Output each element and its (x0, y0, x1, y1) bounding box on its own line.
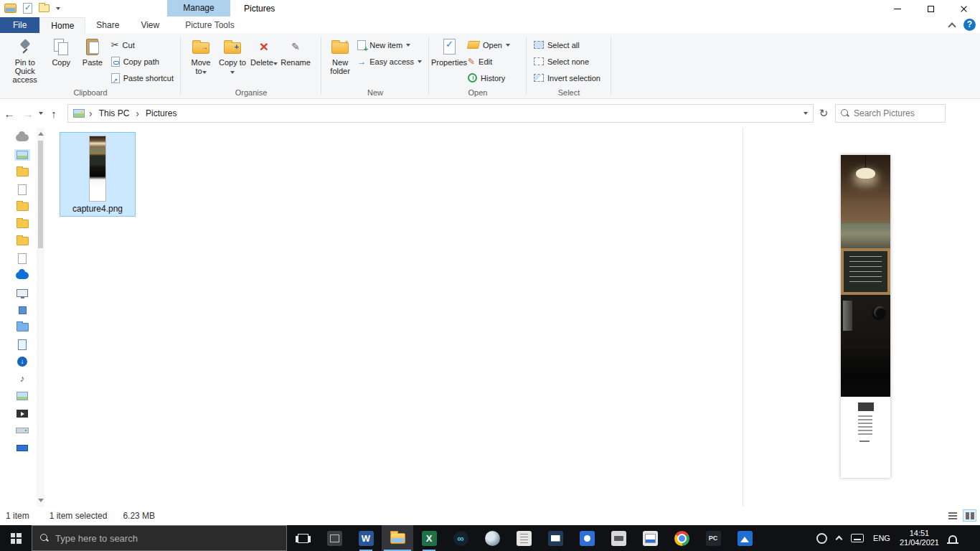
taskbar-app-blue[interactable] (571, 525, 603, 551)
tab-picture-tools[interactable]: Picture Tools (174, 17, 245, 33)
taskbar-app-excel[interactable] (413, 525, 445, 551)
taskbar-app-notes[interactable] (508, 525, 540, 551)
sidebar-item-pictures-selected[interactable] (14, 149, 30, 161)
button-label: Delete (250, 58, 278, 67)
taskbar-app-word[interactable] (350, 525, 382, 551)
action-center-icon[interactable] (948, 535, 957, 542)
refresh-icon[interactable]: ↻ (814, 107, 834, 120)
edit-button[interactable]: ✎ Edit (465, 55, 513, 68)
scroll-down-icon[interactable] (38, 499, 44, 502)
sidebar-item-document[interactable] (16, 253, 29, 264)
sidebar-item-this-pc[interactable] (14, 287, 30, 298)
blue-app-icon (580, 531, 595, 546)
sidebar-item-videos[interactable] (14, 408, 30, 419)
new-folder-quick-icon[interactable] (39, 4, 50, 12)
sidebar-item-documents[interactable] (16, 339, 29, 350)
breadcrumb-pictures[interactable]: Pictures (143, 108, 179, 118)
start-button[interactable] (0, 525, 32, 551)
cut-button[interactable]: ✂ Cut (108, 38, 176, 52)
pin-to-quick-access-button[interactable]: Pin to Quick access (4, 34, 45, 87)
tab-home[interactable]: Home (39, 17, 85, 33)
breadcrumb-this-pc[interactable]: This PC (97, 108, 132, 118)
language-indicator[interactable]: ENG (873, 534, 890, 542)
sidebar-scrollbar[interactable] (37, 128, 44, 507)
paste-button[interactable]: Paste (77, 34, 108, 70)
new-item-button[interactable]: New item (354, 38, 425, 52)
copy-path-button[interactable]: Copy path (108, 55, 176, 68)
tab-file[interactable]: File (0, 17, 39, 33)
address-dropdown-icon[interactable] (804, 112, 808, 115)
search-box[interactable] (835, 104, 946, 123)
new-folder-button[interactable]: New folder (326, 34, 354, 78)
taskbar-search[interactable] (32, 525, 287, 551)
back-button[interactable]: ← (0, 108, 19, 120)
task-view-button[interactable] (287, 525, 319, 551)
address-bar[interactable]: › This PC › Pictures (67, 104, 814, 123)
select-all-button[interactable]: Select all (531, 38, 603, 52)
taskbar-clock[interactable]: 14:51 21/04/2021 (900, 529, 939, 547)
copy-button[interactable]: Copy (45, 34, 77, 70)
recent-locations-chevron-icon[interactable] (39, 112, 43, 115)
help-icon[interactable] (963, 19, 976, 31)
sidebar-item-folder[interactable] (14, 235, 31, 247)
sidebar-item-document[interactable] (16, 184, 29, 195)
tab-share[interactable]: Share (85, 17, 130, 33)
sidebar-item-downloads[interactable] (15, 356, 29, 367)
sidebar-item-local-disk[interactable] (14, 425, 31, 436)
contextual-tab-header[interactable]: Manage (167, 0, 230, 17)
customize-toolbar-chevron-icon[interactable] (56, 7, 60, 10)
taskbar-app-chrome[interactable] (666, 525, 697, 551)
easy-access-button[interactable]: → Easy access (354, 55, 425, 68)
taskbar-app-infinity[interactable] (445, 525, 476, 551)
taskbar-app-mail[interactable] (540, 525, 571, 551)
scrollbar-thumb[interactable] (38, 141, 43, 248)
sidebar-item-network[interactable] (14, 442, 30, 453)
forward-button[interactable]: → (19, 108, 37, 120)
easy-access-icon: → (357, 57, 366, 67)
taskbar-app-pc[interactable] (697, 525, 729, 551)
open-button[interactable]: Open (465, 38, 513, 52)
minimize-ribbon-icon[interactable] (948, 22, 956, 30)
sidebar-item-desktop[interactable] (14, 321, 31, 333)
group-label-organise: Organise (181, 88, 321, 97)
sidebar-item-onedrive[interactable] (14, 270, 31, 281)
up-button[interactable]: ↑ (44, 108, 63, 120)
maximize-button[interactable] (914, 0, 947, 17)
properties-button[interactable]: Properties (433, 34, 465, 70)
file-item-capture4[interactable]: capture4.png (60, 132, 136, 217)
taskbar-app-printer[interactable] (603, 525, 634, 551)
tray-circle-icon[interactable] (816, 533, 827, 544)
close-button[interactable] (947, 0, 980, 17)
taskbar-app-photos[interactable] (729, 525, 760, 551)
invert-selection-button[interactable]: Invert selection (531, 71, 603, 85)
sidebar-item-folder[interactable] (14, 166, 31, 178)
taskbar-app-browser[interactable] (476, 525, 508, 551)
scroll-up-icon[interactable] (38, 132, 44, 136)
show-hidden-icons-chevron[interactable] (836, 536, 843, 543)
copy-to-button[interactable]: Copy to (217, 34, 248, 78)
move-to-button[interactable]: Move to (185, 34, 217, 78)
sidebar-item-folder[interactable] (14, 218, 31, 230)
rename-button[interactable]: ✎ Rename (280, 34, 311, 70)
taskbar-app-capture[interactable] (319, 525, 350, 551)
properties-quick-icon[interactable] (23, 3, 32, 14)
sidebar-item-pictures[interactable] (14, 390, 30, 402)
file-list-area[interactable]: capture4.png (44, 128, 743, 507)
taskbar-search-input[interactable] (55, 533, 278, 544)
paste-shortcut-button[interactable]: Paste shortcut (108, 71, 176, 85)
taskbar-app-file-explorer[interactable] (382, 525, 413, 551)
sidebar-item-folder[interactable] (14, 201, 31, 212)
sidebar-item-onedrive[interactable] (14, 132, 31, 143)
sidebar-item-3d-objects[interactable] (17, 304, 29, 316)
taskbar-app-installer[interactable] (634, 525, 666, 551)
large-icons-view-button[interactable] (963, 509, 976, 522)
details-view-button[interactable] (946, 509, 959, 522)
sidebar-item-music[interactable]: ♪ (18, 373, 27, 385)
select-none-button[interactable]: Select none (531, 55, 603, 68)
touch-keyboard-icon[interactable] (851, 534, 864, 542)
tab-view[interactable]: View (130, 17, 170, 33)
history-button[interactable]: History (465, 71, 513, 85)
search-input[interactable] (854, 108, 940, 118)
delete-button[interactable]: × Delete (248, 34, 280, 70)
minimize-button[interactable] (881, 0, 914, 17)
